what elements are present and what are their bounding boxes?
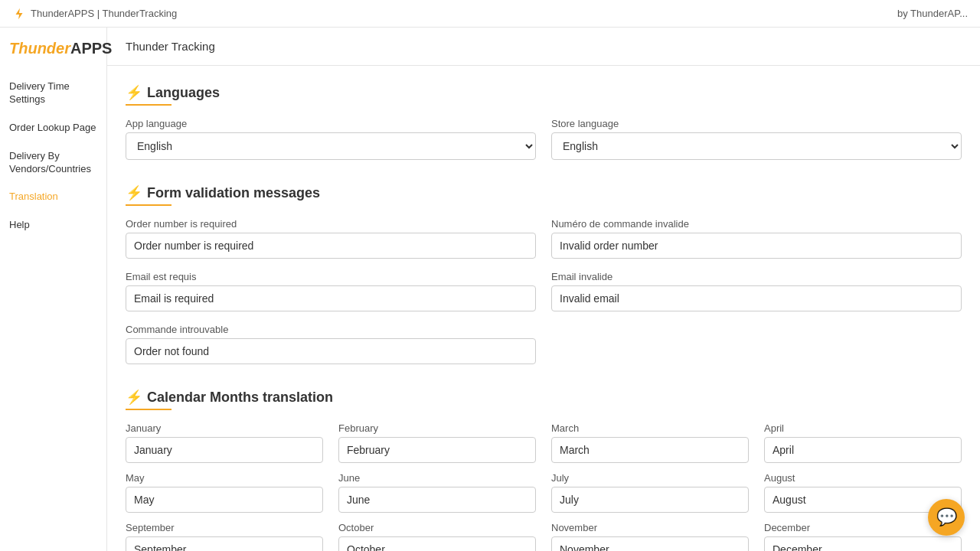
email-required-group: Email est requis <box>126 271 536 311</box>
calendar-section: ⚡ Calendar Months translation JanuaryFeb… <box>126 389 962 551</box>
calendar-month-label-january: January <box>126 422 323 434</box>
calendar-month-label-march: March <box>551 422 749 434</box>
page-title: Thunder Tracking <box>126 40 215 53</box>
logo-apps: APPS <box>70 40 112 57</box>
sidebar-item-delivery-vendors[interactable]: Delivery By Vendors/Countries <box>0 142 106 184</box>
section-underline-calendar <box>126 409 172 410</box>
invalid-order-group: Numéro de commande invalide <box>551 218 962 259</box>
lightning-icon-languages: ⚡ <box>126 84 142 101</box>
calendar-month-input-september[interactable] <box>126 536 323 551</box>
chat-button[interactable]: 💬 <box>928 499 965 536</box>
calendar-month-group-may: May <box>126 472 323 513</box>
calendar-month-label-april: April <box>764 422 962 434</box>
sidebar-logo: ThunderAPPS <box>0 40 106 73</box>
lightning-icon-calendar: ⚡ <box>126 389 142 406</box>
section-underline-form <box>126 204 172 206</box>
calendar-month-label-may: May <box>126 472 323 484</box>
calendar-month-input-march[interactable] <box>551 437 749 463</box>
chat-icon: 💬 <box>936 507 957 527</box>
order-not-found-group: Commande introuvable <box>126 324 536 364</box>
top-bar-title: ThunderAPPS | ThunderTracking <box>31 8 177 19</box>
store-language-label: Store language <box>551 118 962 129</box>
content-header: Thunder Tracking <box>107 28 980 66</box>
languages-section-title: ⚡ Languages <box>126 84 962 101</box>
thunderapps-logo-icon <box>12 7 26 21</box>
email-required-label: Email est requis <box>126 271 536 282</box>
calendar-month-input-february[interactable] <box>338 437 536 463</box>
top-bar-brand: ThunderAPPS | ThunderTracking <box>12 7 177 21</box>
top-bar: ThunderAPPS | ThunderTracking by Thunder… <box>0 0 980 28</box>
store-language-group: Store language English French Spanish Ge… <box>551 118 962 160</box>
store-language-select[interactable]: English French Spanish German <box>551 132 962 160</box>
invalid-email-group: Email invalide <box>551 271 962 311</box>
form-validation-section: ⚡ Form validation messages Order number … <box>126 184 962 364</box>
sidebar-item-help[interactable]: Help <box>0 211 106 240</box>
calendar-month-group-january: January <box>126 422 323 463</box>
languages-form-row: App language English French Spanish Germ… <box>126 118 962 160</box>
calendar-month-label-june: June <box>338 472 536 484</box>
lightning-icon-form: ⚡ <box>126 184 142 201</box>
logo-thunder: Thunder <box>9 40 70 57</box>
content-body: ⚡ Languages App language English French … <box>107 66 980 551</box>
form-validation-row-1: Order number is required Numéro de comma… <box>126 218 962 259</box>
order-required-group: Order number is required <box>126 218 536 259</box>
section-underline-languages <box>126 104 172 106</box>
calendar-month-label-september: September <box>126 522 323 533</box>
calendar-month-label-october: October <box>338 522 536 533</box>
calendar-month-label-july: July <box>551 472 749 484</box>
calendar-month-input-december[interactable] <box>764 536 962 551</box>
calendar-month-input-november[interactable] <box>551 536 749 551</box>
main-content: Thunder Tracking ⚡ Languages App languag… <box>107 28 980 551</box>
order-not-found-input[interactable] <box>126 338 536 364</box>
calendar-month-input-october[interactable] <box>338 536 536 551</box>
calendar-month-label-november: November <box>551 522 749 533</box>
calendar-month-label-august: August <box>764 472 962 484</box>
calendar-month-group-october: October <box>338 522 536 551</box>
invalid-email-label: Email invalide <box>551 271 962 282</box>
order-required-input[interactable] <box>126 233 536 259</box>
calendar-month-group-march: March <box>551 422 749 463</box>
sidebar: ThunderAPPS Delivery Time Settings Order… <box>0 28 107 551</box>
top-bar-by: by ThunderAP... <box>897 8 968 19</box>
calendar-month-input-july[interactable] <box>551 487 749 513</box>
invalid-email-input[interactable] <box>551 285 962 311</box>
order-not-found-label: Commande introuvable <box>126 324 536 335</box>
calendar-month-group-june: June <box>338 472 536 513</box>
calendar-month-input-june[interactable] <box>338 487 536 513</box>
languages-section: ⚡ Languages App language English French … <box>126 84 962 160</box>
calendar-section-title: ⚡ Calendar Months translation <box>126 389 962 406</box>
calendar-month-group-february: February <box>338 422 536 463</box>
calendar-month-group-april: April <box>764 422 962 463</box>
email-required-input[interactable] <box>126 285 536 311</box>
sidebar-item-delivery-time[interactable]: Delivery Time Settings <box>0 73 106 114</box>
form-validation-row-3: Commande introuvable <box>126 324 962 364</box>
form-validation-title: ⚡ Form validation messages <box>126 184 962 201</box>
invalid-order-label: Numéro de commande invalide <box>551 218 962 230</box>
calendar-month-input-january[interactable] <box>126 437 323 463</box>
app-language-group: App language English French Spanish Germ… <box>126 118 536 160</box>
calendar-month-label-february: February <box>338 422 536 434</box>
calendar-month-group-november: November <box>551 522 749 551</box>
calendar-month-input-may[interactable] <box>126 487 323 513</box>
calendar-month-group-july: July <box>551 472 749 513</box>
app-language-select[interactable]: English French Spanish German <box>126 132 536 160</box>
calendar-grid: JanuaryFebruaryMarchAprilMayJuneJulyAugu… <box>126 422 962 551</box>
sidebar-item-order-lookup[interactable]: Order Lookup Page <box>0 114 106 142</box>
calendar-month-input-april[interactable] <box>764 437 962 463</box>
invalid-order-input[interactable] <box>551 233 962 259</box>
svg-marker-0 <box>16 8 23 18</box>
calendar-month-group-september: September <box>126 522 323 551</box>
form-validation-row-2: Email est requis Email invalide <box>126 271 962 311</box>
order-required-label: Order number is required <box>126 218 536 230</box>
app-language-label: App language <box>126 118 536 129</box>
sidebar-nav: Delivery Time Settings Order Lookup Page… <box>0 73 106 240</box>
sidebar-item-translation[interactable]: Translation <box>0 183 106 211</box>
